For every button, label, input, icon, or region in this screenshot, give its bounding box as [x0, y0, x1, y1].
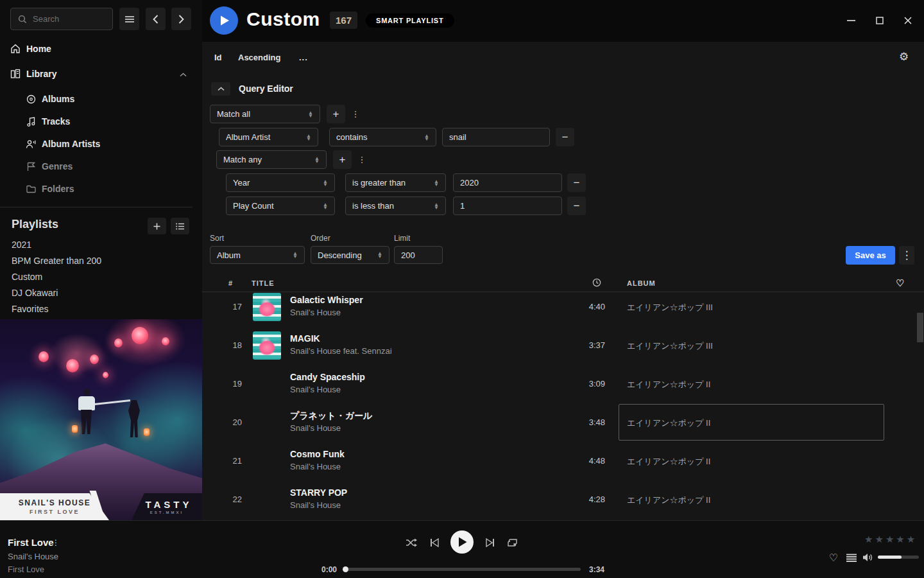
sort-select[interactable]: Album ▲▼ — [210, 246, 305, 264]
window-maximize-button[interactable] — [871, 14, 889, 27]
match-type-select[interactable]: Match any ▲▼ — [216, 150, 327, 169]
track-row[interactable]: 22STARRY POPSnail's House4:28エイリアン☆ポップ I… — [202, 480, 924, 519]
track-title[interactable]: Cosmo Funk — [290, 449, 345, 459]
track-album-art[interactable] — [253, 486, 281, 514]
rule-field-select[interactable]: Album Artist ▲▼ — [219, 128, 318, 146]
track-row[interactable]: 18MAGIKSnail's House feat. Sennzai3:37エイ… — [202, 326, 924, 365]
volume-icon[interactable] — [862, 552, 874, 563]
track-row[interactable]: 19Candy SpaceshipSnail's House3:09エイリアン☆… — [202, 365, 924, 403]
sidebar-item-home[interactable]: Home — [0, 39, 202, 58]
add-rule-button[interactable]: + — [333, 150, 352, 169]
col-album[interactable]: ALBUM — [627, 279, 656, 287]
now-playing-artist[interactable]: Snail's House — [8, 552, 58, 561]
remove-rule-button[interactable]: − — [567, 173, 586, 192]
now-playing-album[interactable]: First Love — [8, 565, 44, 574]
track-album-art[interactable] — [253, 293, 281, 321]
seek-knob[interactable] — [343, 566, 348, 572]
track-artist[interactable]: Snail's House — [290, 308, 341, 317]
shuffle-button[interactable] — [404, 535, 419, 550]
track-artist[interactable]: Snail's House — [290, 423, 341, 433]
track-title[interactable]: STARRY POP — [290, 487, 347, 498]
match-type-select[interactable]: Match all ▲▼ — [210, 105, 320, 123]
track-artist[interactable]: Snail's House feat. Sennzai — [290, 346, 392, 356]
rule-operator-select[interactable]: is greater than ▲▼ — [345, 173, 446, 192]
track-album[interactable]: エイリアン☆ポップ II — [627, 456, 710, 468]
sidebar-item-albums[interactable]: Albums — [0, 89, 202, 109]
menu-button[interactable] — [119, 8, 139, 30]
chevron-up-icon[interactable] — [180, 69, 187, 79]
sort-field-chip[interactable]: Id — [214, 53, 222, 62]
favorite-heart-icon[interactable]: ♡ — [896, 277, 904, 289]
rule-operator-select[interactable]: contains ▲▼ — [329, 128, 436, 146]
nav-back-button[interactable] — [146, 8, 166, 30]
track-row[interactable]: 20プラネット・ガールSnail's House3:48エイリアン☆ポップ II — [202, 403, 924, 442]
queue-icon[interactable] — [846, 552, 857, 563]
track-row[interactable]: 21Cosmo FunkSnail's House4:48エイリアン☆ポップ I… — [202, 442, 924, 480]
rule-operator-select[interactable]: is less than ▲▼ — [345, 197, 446, 215]
track-artist[interactable]: Snail's House — [290, 385, 341, 394]
save-as-button[interactable]: Save as — [846, 246, 895, 265]
remove-rule-button[interactable]: − — [567, 197, 586, 215]
window-close-button[interactable] — [899, 14, 917, 27]
sidebar-item-genres[interactable]: Genres — [0, 157, 202, 176]
track-row[interactable]: 17Galactic WhisperSnail's House4:40エイリアン… — [202, 293, 924, 326]
rule-value-input[interactable]: 1 — [453, 197, 562, 215]
search-input[interactable]: Search — [10, 8, 113, 30]
track-album[interactable]: エイリアン☆ポップ II — [627, 495, 710, 506]
sort-order-chip[interactable]: Ascending — [238, 53, 280, 62]
group-menu-icon[interactable]: ⋮ — [357, 150, 366, 169]
track-album[interactable]: エイリアン☆ポップ III — [627, 302, 713, 313]
favorite-heart-icon[interactable]: ♡ — [828, 552, 839, 563]
group-menu-icon[interactable]: ⋮ — [351, 105, 360, 123]
sidebar-item-album-artists[interactable]: Album Artists — [0, 134, 202, 153]
rule-value-input[interactable]: snail — [442, 128, 550, 146]
add-rule-button[interactable]: + — [327, 105, 345, 123]
window-minimize-button[interactable] — [842, 14, 860, 27]
track-title[interactable]: MAGIK — [290, 333, 320, 344]
scrollbar-thumb[interactable] — [917, 313, 923, 342]
limit-input[interactable]: 200 — [394, 246, 443, 264]
create-playlist-button[interactable] — [148, 218, 166, 234]
track-album[interactable]: エイリアン☆ポップ III — [627, 340, 713, 352]
now-playing-menu-icon[interactable]: ⋮ — [52, 538, 60, 547]
sidebar-item-folders[interactable]: Folders — [0, 179, 202, 198]
now-playing-title[interactable]: First Love — [8, 537, 54, 548]
col-index[interactable]: # — [228, 279, 233, 287]
previous-button[interactable] — [427, 535, 442, 550]
query-editor-collapse-button[interactable] — [211, 82, 230, 96]
next-button[interactable] — [483, 535, 498, 550]
playlist-item[interactable]: 2021 — [12, 240, 31, 250]
rating-stars[interactable]: ★★★★★ — [864, 534, 917, 545]
nav-forward-button[interactable] — [171, 8, 191, 30]
play-pause-button[interactable] — [450, 530, 474, 554]
playlist-item[interactable]: Custom — [12, 272, 42, 282]
track-album-art[interactable] — [253, 370, 281, 398]
track-album-art[interactable] — [253, 408, 281, 437]
track-artist[interactable]: Snail's House — [290, 462, 341, 471]
rule-value-input[interactable]: 2020 — [453, 173, 562, 192]
playlist-item[interactable]: BPM Greater than 200 — [12, 256, 101, 266]
more-options-chip[interactable]: ... — [299, 53, 308, 62]
sidebar-item-library[interactable]: Library — [0, 64, 202, 83]
playlist-item[interactable]: Favorites — [12, 304, 49, 314]
order-select[interactable]: Descending ▲▼ — [311, 246, 389, 264]
remove-rule-button[interactable]: − — [556, 128, 574, 146]
seek-slider[interactable] — [343, 568, 581, 571]
track-album-art[interactable] — [253, 331, 281, 360]
track-title[interactable]: Galactic Whisper — [290, 295, 363, 305]
repeat-button[interactable] — [504, 535, 520, 550]
rule-field-select[interactable]: Year ▲▼ — [226, 173, 335, 192]
track-title[interactable]: プラネット・ガール — [290, 410, 372, 422]
duration-clock-icon[interactable] — [592, 278, 601, 288]
play-playlist-button[interactable] — [210, 6, 238, 35]
track-album[interactable]: エイリアン☆ポップ II — [627, 379, 710, 390]
sidebar-item-tracks[interactable]: Tracks — [0, 112, 202, 131]
settings-gear-icon[interactable]: ⚙ — [899, 50, 909, 64]
volume-slider[interactable] — [878, 556, 919, 559]
rule-field-select[interactable]: Play Count ▲▼ — [226, 197, 335, 215]
query-menu-button[interactable]: ⋮ — [899, 246, 914, 265]
track-title[interactable]: Candy Spaceship — [290, 372, 365, 382]
track-album-art[interactable] — [253, 447, 281, 475]
track-artist[interactable]: Snail's House — [290, 500, 341, 510]
now-playing-album-art[interactable]: SNAIL'S HOUSE FIRST LOVE TASTY EST.MMXI — [0, 319, 202, 520]
